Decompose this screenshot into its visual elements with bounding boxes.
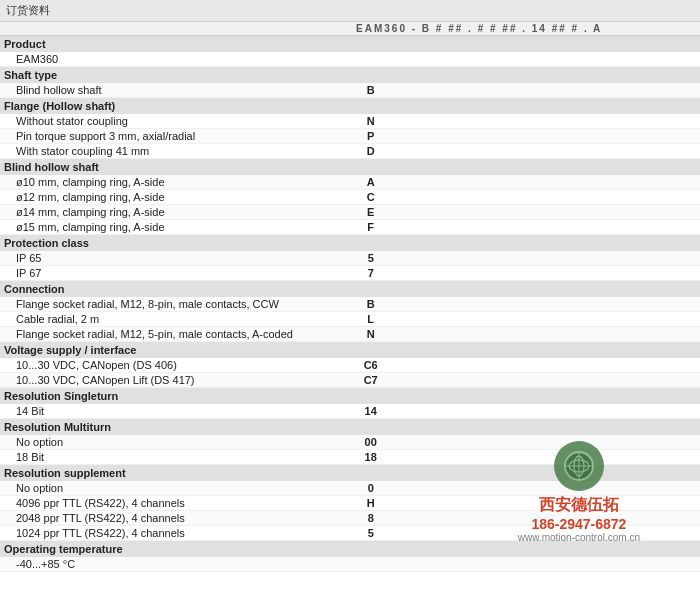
item-label: IP 65 (0, 251, 352, 266)
item-code: 8 (352, 511, 389, 526)
code-cell (509, 481, 526, 496)
data-row: -40...+85 °C (0, 557, 700, 572)
code-cell (576, 297, 593, 312)
code-cell (543, 373, 560, 388)
code-cell (576, 114, 593, 129)
code-cell (650, 83, 667, 98)
code-cell (592, 52, 617, 67)
col-header-label (0, 22, 352, 36)
code-cell (650, 52, 667, 67)
code-cell (592, 511, 617, 526)
item-label: ø15 mm, clamping ring, A-side (0, 220, 352, 235)
code-cell (493, 251, 510, 266)
code-cell (576, 129, 593, 144)
item-code: F (352, 220, 389, 235)
code-cell (460, 404, 477, 419)
code-cell (650, 251, 667, 266)
code-cell (592, 327, 617, 342)
code-cell (460, 220, 477, 235)
code-cell (389, 83, 410, 98)
code-cell (559, 327, 576, 342)
code-cell (460, 481, 477, 496)
data-row: Flange socket radial, M12, 8-pin, male c… (0, 297, 700, 312)
code-cell (592, 297, 617, 312)
code-cell (526, 266, 543, 281)
section-row: Resolution supplement (0, 465, 700, 482)
code-cell (410, 511, 427, 526)
code-cell (427, 358, 444, 373)
code-cell (634, 557, 651, 572)
item-code: H (352, 496, 389, 511)
code-cell (650, 481, 667, 496)
code-cell (443, 450, 460, 465)
code-cell (389, 205, 410, 220)
code-cell (493, 220, 510, 235)
code-cell (526, 52, 543, 67)
item-code: B (352, 297, 389, 312)
code-cell (493, 312, 510, 327)
code-cell (634, 481, 651, 496)
code-cell (443, 52, 460, 67)
code-cell (592, 496, 617, 511)
code-cell (559, 83, 576, 98)
code-cell (443, 220, 460, 235)
code-cell (476, 511, 493, 526)
code-cell (493, 526, 510, 541)
code-cell (592, 220, 617, 235)
code-cell (683, 312, 700, 327)
code-cell (576, 435, 593, 450)
code-cell (543, 327, 560, 342)
code-cell (427, 526, 444, 541)
code-cell (576, 450, 593, 465)
code-cell (526, 144, 543, 159)
code-cell (427, 312, 444, 327)
code-cell (476, 404, 493, 419)
code-cell (493, 358, 510, 373)
code-cell (509, 220, 526, 235)
item-label: 14 Bit (0, 404, 352, 419)
code-cell (509, 205, 526, 220)
code-cell (526, 358, 543, 373)
data-row: Blind hollow shaftB (0, 83, 700, 98)
code-cell (543, 557, 560, 572)
code-cell (592, 251, 617, 266)
code-cell (543, 496, 560, 511)
code-cell (443, 373, 460, 388)
code-cell (427, 373, 444, 388)
code-cell (427, 297, 444, 312)
code-cell (634, 312, 651, 327)
code-cell (617, 327, 634, 342)
code-cell (410, 435, 427, 450)
code-cell (617, 251, 634, 266)
code-cell (410, 220, 427, 235)
code-cell (526, 297, 543, 312)
code-cell (476, 450, 493, 465)
data-row: Without stator couplingN (0, 114, 700, 129)
code-cell (460, 52, 477, 67)
item-code: 5 (352, 526, 389, 541)
code-cell (634, 114, 651, 129)
section-row: Resolution Multiturn (0, 419, 700, 436)
code-cell (526, 83, 543, 98)
code-cell (667, 526, 684, 541)
code-cell (509, 450, 526, 465)
code-cell (667, 220, 684, 235)
code-cell (617, 190, 634, 205)
code-cell (509, 266, 526, 281)
code-cell (526, 205, 543, 220)
code-cell (427, 83, 444, 98)
code-cell (559, 129, 576, 144)
code-cell (592, 450, 617, 465)
code-cell (543, 435, 560, 450)
code-cell (683, 251, 700, 266)
section-row: Voltage supply / interface (0, 342, 700, 359)
code-cell (443, 190, 460, 205)
code-cell (543, 358, 560, 373)
code-cell (576, 83, 593, 98)
code-cell (617, 144, 634, 159)
code-cell (427, 435, 444, 450)
code-cell (576, 404, 593, 419)
code-cell (667, 435, 684, 450)
code-cell (427, 175, 444, 190)
code-cell (460, 312, 477, 327)
